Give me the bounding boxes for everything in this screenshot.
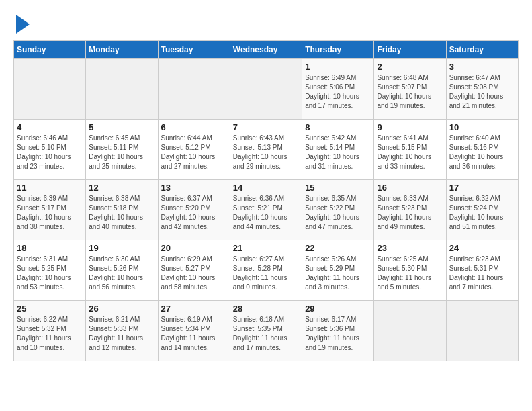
calendar-cell: 29Sunrise: 6:17 AM Sunset: 5:36 PM Dayli… <box>302 301 374 361</box>
day-info: Sunrise: 6:45 AM Sunset: 5:11 PM Dayligh… <box>89 134 154 171</box>
calendar-cell: 3Sunrise: 6:47 AM Sunset: 5:08 PM Daylig… <box>446 59 518 120</box>
day-info: Sunrise: 6:17 AM Sunset: 5:36 PM Dayligh… <box>305 315 371 353</box>
day-number: 26 <box>89 304 154 314</box>
day-number: 6 <box>161 122 227 132</box>
calendar-cell: 12Sunrise: 6:38 AM Sunset: 5:18 PM Dayli… <box>86 180 158 240</box>
day-info: Sunrise: 6:26 AM Sunset: 5:29 PM Dayligh… <box>305 255 371 292</box>
day-number: 15 <box>305 183 371 193</box>
day-info: Sunrise: 6:48 AM Sunset: 5:07 PM Dayligh… <box>377 73 443 111</box>
weekday-header-monday: Monday <box>86 41 158 59</box>
weekday-header-friday: Friday <box>374 41 446 59</box>
calendar-cell: 7Sunrise: 6:43 AM Sunset: 5:13 PM Daylig… <box>230 120 302 180</box>
day-number: 8 <box>305 122 371 132</box>
day-number: 2 <box>377 62 443 72</box>
calendar-cell: 8Sunrise: 6:42 AM Sunset: 5:14 PM Daylig… <box>302 120 374 180</box>
calendar-cell <box>86 59 158 120</box>
day-info: Sunrise: 6:38 AM Sunset: 5:18 PM Dayligh… <box>89 194 154 232</box>
day-number: 19 <box>89 243 154 253</box>
calendar-cell: 1Sunrise: 6:49 AM Sunset: 5:06 PM Daylig… <box>302 59 374 120</box>
day-number: 5 <box>89 122 154 132</box>
calendar-cell: 24Sunrise: 6:23 AM Sunset: 5:31 PM Dayli… <box>446 240 518 301</box>
calendar-cell: 15Sunrise: 6:35 AM Sunset: 5:22 PM Dayli… <box>302 180 374 240</box>
calendar-cell: 20Sunrise: 6:29 AM Sunset: 5:27 PM Dayli… <box>158 240 230 301</box>
day-number: 17 <box>449 183 515 193</box>
calendar-cell: 16Sunrise: 6:33 AM Sunset: 5:23 PM Dayli… <box>374 180 446 240</box>
day-number: 18 <box>17 243 83 253</box>
weekday-header-saturday: Saturday <box>446 41 518 59</box>
calendar-cell: 28Sunrise: 6:18 AM Sunset: 5:35 PM Dayli… <box>230 301 302 361</box>
calendar-cell: 6Sunrise: 6:44 AM Sunset: 5:12 PM Daylig… <box>158 120 230 180</box>
day-info: Sunrise: 6:21 AM Sunset: 5:33 PM Dayligh… <box>89 315 154 353</box>
day-number: 3 <box>449 62 515 72</box>
day-info: Sunrise: 6:43 AM Sunset: 5:13 PM Dayligh… <box>233 134 299 171</box>
day-info: Sunrise: 6:25 AM Sunset: 5:30 PM Dayligh… <box>377 255 443 292</box>
day-number: 27 <box>161 304 227 314</box>
day-info: Sunrise: 6:47 AM Sunset: 5:08 PM Dayligh… <box>449 73 515 111</box>
day-number: 16 <box>377 183 443 193</box>
day-number: 28 <box>233 304 299 314</box>
calendar-cell: 18Sunrise: 6:31 AM Sunset: 5:25 PM Dayli… <box>14 240 86 301</box>
day-info: Sunrise: 6:30 AM Sunset: 5:26 PM Dayligh… <box>89 255 154 292</box>
calendar-cell <box>158 59 230 120</box>
calendar-cell: 10Sunrise: 6:40 AM Sunset: 5:16 PM Dayli… <box>446 120 518 180</box>
day-info: Sunrise: 6:44 AM Sunset: 5:12 PM Dayligh… <box>161 134 227 171</box>
calendar-cell <box>230 59 302 120</box>
day-info: Sunrise: 6:23 AM Sunset: 5:31 PM Dayligh… <box>449 255 515 292</box>
day-number: 29 <box>305 304 371 314</box>
calendar-cell <box>374 301 446 361</box>
day-info: Sunrise: 6:19 AM Sunset: 5:34 PM Dayligh… <box>161 315 227 353</box>
day-number: 10 <box>449 122 515 132</box>
day-number: 25 <box>17 304 83 314</box>
day-number: 23 <box>377 243 443 253</box>
day-number: 13 <box>161 183 227 193</box>
calendar-cell: 13Sunrise: 6:37 AM Sunset: 5:20 PM Dayli… <box>158 180 230 240</box>
day-number: 24 <box>449 243 515 253</box>
logo-arrow-icon <box>16 15 30 34</box>
day-info: Sunrise: 6:40 AM Sunset: 5:16 PM Dayligh… <box>449 134 515 171</box>
weekday-header-tuesday: Tuesday <box>158 41 230 59</box>
day-info: Sunrise: 6:32 AM Sunset: 5:24 PM Dayligh… <box>449 194 515 232</box>
calendar-cell <box>446 301 518 361</box>
day-number: 1 <box>305 62 371 72</box>
day-info: Sunrise: 6:29 AM Sunset: 5:27 PM Dayligh… <box>161 255 227 292</box>
day-number: 4 <box>17 122 83 132</box>
day-info: Sunrise: 6:18 AM Sunset: 5:35 PM Dayligh… <box>233 315 299 353</box>
day-info: Sunrise: 6:22 AM Sunset: 5:32 PM Dayligh… <box>17 315 83 353</box>
day-number: 9 <box>377 122 443 132</box>
day-info: Sunrise: 6:39 AM Sunset: 5:17 PM Dayligh… <box>17 194 83 232</box>
calendar-cell: 17Sunrise: 6:32 AM Sunset: 5:24 PM Dayli… <box>446 180 518 240</box>
day-info: Sunrise: 6:35 AM Sunset: 5:22 PM Dayligh… <box>305 194 371 232</box>
calendar-table: SundayMondayTuesdayWednesdayThursdayFrid… <box>13 40 519 361</box>
day-info: Sunrise: 6:36 AM Sunset: 5:21 PM Dayligh… <box>233 194 299 232</box>
day-info: Sunrise: 6:31 AM Sunset: 5:25 PM Dayligh… <box>17 255 83 292</box>
day-number: 21 <box>233 243 299 253</box>
calendar-cell: 27Sunrise: 6:19 AM Sunset: 5:34 PM Dayli… <box>158 301 230 361</box>
calendar-cell: 21Sunrise: 6:27 AM Sunset: 5:28 PM Dayli… <box>230 240 302 301</box>
day-number: 12 <box>89 183 154 193</box>
calendar-cell: 22Sunrise: 6:26 AM Sunset: 5:29 PM Dayli… <box>302 240 374 301</box>
day-number: 7 <box>233 122 299 132</box>
calendar-cell: 5Sunrise: 6:45 AM Sunset: 5:11 PM Daylig… <box>86 120 158 180</box>
day-number: 11 <box>17 183 83 193</box>
day-number: 20 <box>161 243 227 253</box>
day-info: Sunrise: 6:41 AM Sunset: 5:15 PM Dayligh… <box>377 134 443 171</box>
calendar-cell: 14Sunrise: 6:36 AM Sunset: 5:21 PM Dayli… <box>230 180 302 240</box>
day-info: Sunrise: 6:49 AM Sunset: 5:06 PM Dayligh… <box>305 73 371 111</box>
calendar-cell: 23Sunrise: 6:25 AM Sunset: 5:30 PM Dayli… <box>374 240 446 301</box>
calendar-cell: 11Sunrise: 6:39 AM Sunset: 5:17 PM Dayli… <box>14 180 86 240</box>
day-info: Sunrise: 6:37 AM Sunset: 5:20 PM Dayligh… <box>161 194 227 232</box>
logo <box>13 13 30 34</box>
day-info: Sunrise: 6:46 AM Sunset: 5:10 PM Dayligh… <box>17 134 83 171</box>
calendar-cell: 26Sunrise: 6:21 AM Sunset: 5:33 PM Dayli… <box>86 301 158 361</box>
weekday-header-sunday: Sunday <box>14 41 86 59</box>
calendar-cell: 19Sunrise: 6:30 AM Sunset: 5:26 PM Dayli… <box>86 240 158 301</box>
day-info: Sunrise: 6:27 AM Sunset: 5:28 PM Dayligh… <box>233 255 299 292</box>
calendar-cell <box>14 59 86 120</box>
day-number: 14 <box>233 183 299 193</box>
calendar-cell: 25Sunrise: 6:22 AM Sunset: 5:32 PM Dayli… <box>14 301 86 361</box>
calendar-cell: 9Sunrise: 6:41 AM Sunset: 5:15 PM Daylig… <box>374 120 446 180</box>
day-number: 22 <box>305 243 371 253</box>
day-info: Sunrise: 6:33 AM Sunset: 5:23 PM Dayligh… <box>377 194 443 232</box>
page-header <box>13 13 519 34</box>
calendar-cell: 2Sunrise: 6:48 AM Sunset: 5:07 PM Daylig… <box>374 59 446 120</box>
